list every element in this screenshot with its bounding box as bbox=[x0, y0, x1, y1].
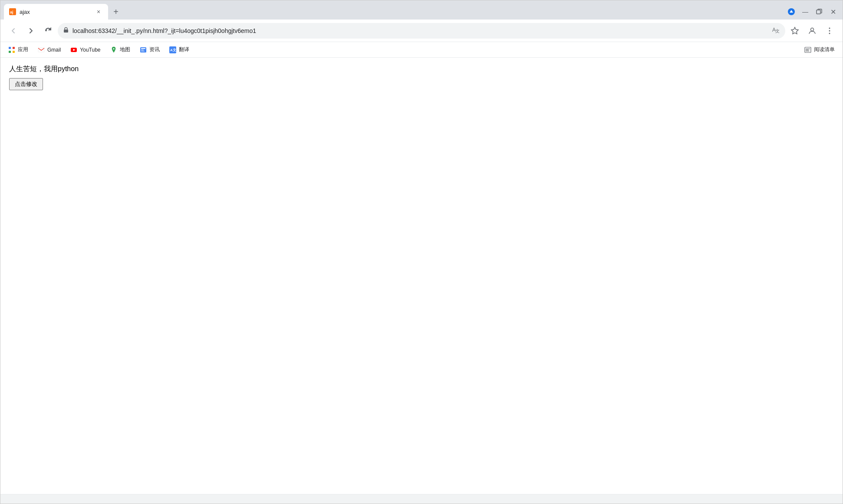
download-indicator[interactable] bbox=[785, 6, 797, 18]
bookmark-youtube[interactable]: YouTube bbox=[66, 44, 105, 56]
bookmark-gmail[interactable]: Gmail bbox=[33, 44, 65, 56]
active-tab[interactable]: aj ajax × bbox=[4, 4, 108, 20]
svg-rect-27 bbox=[806, 49, 810, 49]
svg-rect-29 bbox=[806, 51, 810, 51]
svg-rect-15 bbox=[13, 51, 15, 53]
svg-rect-22 bbox=[141, 49, 144, 50]
svg-rect-28 bbox=[806, 49, 809, 50]
translate-page-icon[interactable]: A 文 bbox=[771, 26, 780, 36]
svg-point-10 bbox=[829, 30, 830, 31]
restore-button[interactable] bbox=[813, 6, 825, 18]
refresh-button[interactable] bbox=[40, 23, 56, 39]
reading-mode-label: 阅读清单 bbox=[814, 46, 835, 53]
svg-rect-21 bbox=[141, 48, 145, 49]
profile-button[interactable] bbox=[804, 23, 820, 39]
translate-icon: A文 bbox=[169, 46, 176, 53]
svg-point-8 bbox=[811, 28, 814, 31]
browser-window: aj ajax × + — ✕ bbox=[0, 0, 843, 504]
svg-rect-13 bbox=[13, 47, 15, 49]
minimize-button[interactable]: — bbox=[799, 6, 811, 18]
svg-rect-12 bbox=[9, 47, 11, 49]
address-bar[interactable]: localhost:63342/__init_.py/nn.html?_ijt=… bbox=[58, 23, 785, 39]
status-bar bbox=[0, 494, 843, 504]
page-text: 人生苦短，我用python bbox=[9, 65, 834, 74]
apps-icon bbox=[8, 46, 15, 53]
reading-mode-icon bbox=[804, 46, 811, 53]
svg-point-11 bbox=[829, 33, 830, 34]
tab-favicon: aj bbox=[9, 8, 16, 15]
svg-point-9 bbox=[829, 27, 830, 29]
tab-title: ajax bbox=[20, 9, 91, 15]
forward-button[interactable] bbox=[23, 23, 39, 39]
menu-button[interactable] bbox=[822, 23, 837, 39]
edit-button[interactable]: 点击修改 bbox=[9, 78, 43, 90]
tab-bar: aj ajax × + — ✕ bbox=[0, 0, 843, 20]
youtube-label: YouTube bbox=[80, 47, 100, 53]
maps-icon bbox=[110, 46, 117, 53]
bookmark-translate[interactable]: A文 翻译 bbox=[165, 44, 194, 56]
nav-right-buttons bbox=[787, 23, 837, 39]
translate-label: 翻译 bbox=[179, 46, 189, 53]
svg-rect-16 bbox=[38, 48, 44, 52]
svg-rect-5 bbox=[64, 29, 68, 33]
apps-label: 应用 bbox=[18, 46, 28, 53]
youtube-icon bbox=[70, 46, 77, 53]
svg-text:aj: aj bbox=[10, 10, 13, 14]
back-button[interactable] bbox=[6, 23, 21, 39]
svg-rect-4 bbox=[817, 10, 820, 14]
gmail-label: Gmail bbox=[47, 47, 61, 53]
svg-text:文: 文 bbox=[775, 29, 780, 33]
page-content: 人生苦短，我用python 点击修改 bbox=[0, 58, 843, 494]
reading-mode-button[interactable]: 阅读清单 bbox=[800, 44, 839, 56]
svg-text:A文: A文 bbox=[170, 48, 176, 52]
bookmark-star-button[interactable] bbox=[787, 23, 803, 39]
svg-rect-23 bbox=[141, 51, 145, 52]
address-text: localhost:63342/__init_.py/nn.html?_ijt=… bbox=[72, 27, 768, 34]
bookmarks-bar: 应用 Gmail YouTube bbox=[0, 42, 843, 58]
maps-label: 地图 bbox=[120, 46, 130, 53]
close-window-button[interactable]: ✕ bbox=[827, 6, 839, 18]
new-tab-button[interactable]: + bbox=[108, 4, 124, 20]
nav-bar: localhost:63342/__init_.py/nn.html?_ijt=… bbox=[0, 20, 843, 42]
lock-icon bbox=[63, 27, 69, 34]
gmail-icon bbox=[38, 46, 45, 53]
svg-rect-14 bbox=[9, 51, 11, 53]
svg-point-19 bbox=[113, 48, 114, 49]
bookmark-apps[interactable]: 应用 bbox=[4, 44, 33, 56]
tab-close-button[interactable]: × bbox=[94, 7, 103, 16]
window-controls: — ✕ bbox=[785, 6, 839, 20]
bookmark-news[interactable]: 资讯 bbox=[135, 44, 164, 56]
news-label: 资讯 bbox=[149, 46, 160, 53]
bookmark-maps[interactable]: 地图 bbox=[106, 44, 135, 56]
news-icon bbox=[140, 46, 147, 53]
